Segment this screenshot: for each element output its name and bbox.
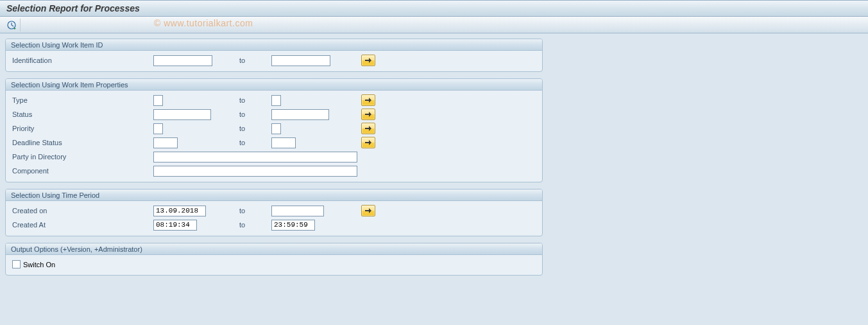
- deadline-status-multiselect-button[interactable]: [361, 137, 375, 148]
- label-created-at: Created At: [11, 221, 153, 229]
- to-label: to: [239, 96, 271, 104]
- label-party: Party in Directory: [11, 153, 153, 161]
- label-type: Type: [11, 96, 153, 104]
- to-label: to: [239, 125, 271, 132]
- row-created-on: Created on to: [11, 204, 537, 218]
- label-identification: Identification: [11, 57, 153, 64]
- label-created-on: Created on: [11, 207, 153, 215]
- label-component: Component: [11, 167, 153, 175]
- type-from-input[interactable]: [153, 95, 163, 106]
- row-identification: Identification to: [11, 53, 537, 67]
- group-header: Selection Using Work Item Properties: [6, 79, 542, 91]
- to-label: to: [239, 110, 271, 118]
- switch-on-checkbox[interactable]: [12, 260, 21, 268]
- created-on-from-input[interactable]: [153, 206, 206, 216]
- priority-to-input[interactable]: [271, 123, 281, 134]
- main-area: Selection Using Work Item ID Identificat…: [0, 33, 868, 287]
- watermark: © www.tutorialkart.com: [154, 18, 253, 28]
- switch-on-label: Switch On: [23, 261, 55, 268]
- created-on-to-input[interactable]: [271, 206, 324, 216]
- status-multiselect-button[interactable]: [361, 109, 375, 120]
- group-header: Selection Using Time Period: [6, 189, 542, 201]
- group-output-options: Output Options (+Version, +Administrator…: [5, 243, 543, 276]
- created-on-multiselect-button[interactable]: [361, 205, 375, 216]
- priority-multiselect-button[interactable]: [361, 123, 375, 134]
- deadline-status-from-input[interactable]: [153, 137, 178, 148]
- clock-execute-icon: [7, 21, 16, 30]
- arrow-right-icon: [365, 208, 371, 213]
- type-to-input[interactable]: [271, 95, 281, 106]
- arrow-right-icon: [365, 112, 371, 117]
- identification-multiselect-button[interactable]: [361, 55, 375, 66]
- label-deadline-status: Deadline Status: [11, 139, 153, 146]
- label-status: Status: [11, 110, 153, 118]
- group-work-item-id: Selection Using Work Item ID Identificat…: [5, 39, 543, 72]
- created-at-to-input[interactable]: [271, 220, 315, 231]
- component-input[interactable]: [153, 166, 357, 177]
- status-to-input[interactable]: [271, 109, 329, 120]
- to-label: to: [239, 207, 271, 215]
- row-status: Status to: [11, 107, 537, 121]
- party-input[interactable]: [153, 152, 357, 162]
- priority-from-input[interactable]: [153, 123, 163, 134]
- identification-from-input[interactable]: [153, 55, 212, 66]
- row-party: Party in Directory: [11, 150, 537, 164]
- group-header: Selection Using Work Item ID: [6, 39, 542, 51]
- identification-to-input[interactable]: [271, 55, 330, 66]
- row-component: Component: [11, 164, 537, 178]
- arrow-right-icon: [365, 58, 371, 63]
- title-bar: Selection Report for Processes: [0, 0, 868, 17]
- row-switch-on: Switch On: [11, 258, 537, 271]
- row-priority: Priority to: [11, 121, 537, 136]
- created-at-from-input[interactable]: [153, 220, 197, 231]
- to-label: to: [239, 221, 271, 229]
- group-time-period: Selection Using Time Period Created on t…: [5, 189, 543, 236]
- app-toolbar: © www.tutorialkart.com: [0, 17, 868, 33]
- deadline-status-to-input[interactable]: [271, 137, 296, 148]
- group-work-item-props: Selection Using Work Item Properties Typ…: [5, 78, 543, 182]
- arrow-right-icon: [365, 140, 371, 145]
- type-multiselect-button[interactable]: [361, 94, 375, 106]
- arrow-right-icon: [365, 98, 371, 103]
- to-label: to: [239, 139, 271, 146]
- execute-button[interactable]: [6, 19, 21, 31]
- label-priority: Priority: [11, 125, 153, 132]
- page-title: Selection Report for Processes: [6, 3, 862, 13]
- row-type: Type to: [11, 93, 537, 107]
- status-from-input[interactable]: [153, 109, 211, 120]
- row-created-at: Created At to: [11, 218, 537, 232]
- to-label: to: [239, 57, 271, 64]
- row-deadline-status: Deadline Status to: [11, 136, 537, 150]
- group-header: Output Options (+Version, +Administrator…: [6, 243, 542, 255]
- svg-line-2: [12, 25, 13, 26]
- arrow-right-icon: [365, 126, 371, 131]
- svg-marker-3: [14, 28, 16, 30]
